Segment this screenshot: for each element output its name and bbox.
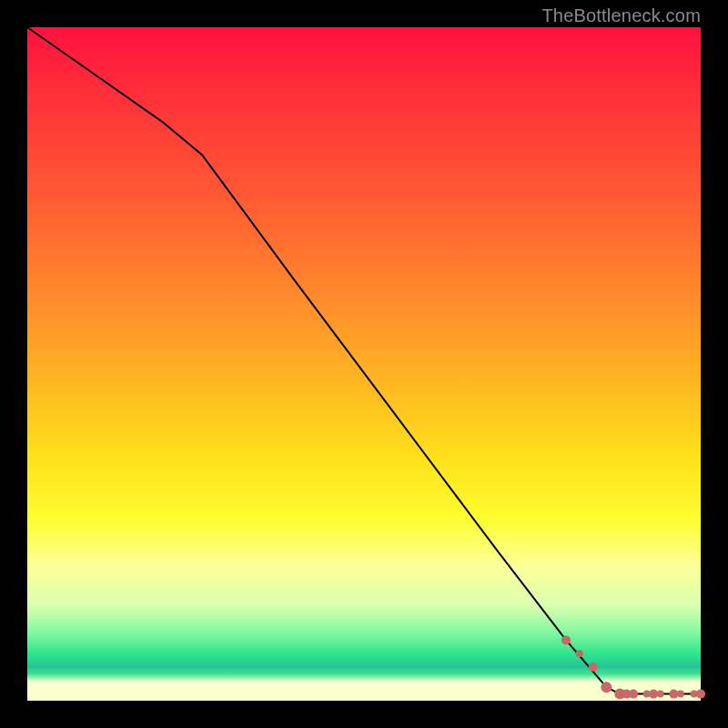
plot-area: [27, 27, 701, 701]
watermark-text: TheBottleneck.com: [541, 5, 701, 26]
data-marker: [576, 650, 583, 657]
data-marker: [589, 662, 598, 672]
data-marker: [677, 691, 684, 698]
chart-overlay: [27, 27, 701, 701]
data-marker: [629, 690, 638, 699]
chart-frame: TheBottleneck.com: [0, 0, 728, 728]
data-marker: [561, 635, 571, 644]
data-marker: [696, 690, 705, 699]
bottleneck-curve: [27, 27, 701, 694]
data-marker: [657, 691, 664, 698]
data-marker: [601, 682, 612, 693]
marker-group: [561, 635, 705, 699]
